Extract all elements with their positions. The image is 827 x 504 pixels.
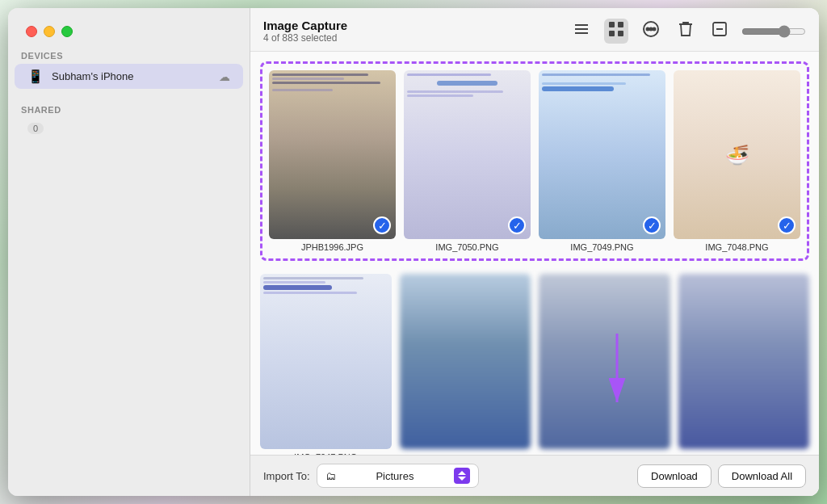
selected-photos-group: ✓ JPHB1996.JPG ✓ <box>260 61 809 261</box>
sidebar-item-shared[interactable]: 0 <box>15 118 243 139</box>
photo-grid: ✓ JPHB1996.JPG ✓ <box>250 52 819 455</box>
photo-item-img7048[interactable]: 🍜 ✓ IMG_7048.PNG <box>674 70 800 252</box>
svg-point-10 <box>653 28 656 31</box>
photo-label-img7047: IMG_7047.PNG <box>294 452 357 455</box>
selection-count: 4 of 883 selected <box>263 32 347 44</box>
zoom-slider[interactable] <box>741 25 806 38</box>
photo-item-img7049[interactable]: ✓ IMG_7049.PNG <box>539 70 665 252</box>
svg-point-8 <box>647 28 649 31</box>
toolbar: Image Capture 4 of 883 selected <box>250 8 819 52</box>
download-button[interactable]: Download <box>637 464 712 488</box>
device-name-label: Subham's iPhone <box>52 70 211 82</box>
photo-thumb-person3 <box>678 274 810 449</box>
photo-item-person2[interactable] <box>539 274 670 455</box>
sidebar: DEVICES 📱 Subham's iPhone ☁ SHARED 0 <box>8 8 250 496</box>
more-options-button[interactable] <box>638 18 664 44</box>
svg-point-9 <box>650 28 653 31</box>
sidebar-item-iphone[interactable]: 📱 Subham's iPhone ☁ <box>15 64 243 89</box>
import-path-icon: 🗂 <box>325 470 336 482</box>
import-path-stepper[interactable] <box>454 468 470 484</box>
list-view-button[interactable] <box>569 19 594 43</box>
import-path-button[interactable]: 🗂 Pictures <box>317 464 480 488</box>
minimize-button[interactable] <box>44 26 55 37</box>
photo-item-person1[interactable] <box>400 274 531 455</box>
photo-thumb-person1 <box>400 274 531 449</box>
maximize-button[interactable] <box>61 26 73 37</box>
scan-button[interactable] <box>707 19 732 44</box>
import-to-label: Import To: <box>263 470 310 482</box>
shared-count-badge: 0 <box>27 123 44 134</box>
photo-label-img7049: IMG_7049.PNG <box>570 242 633 252</box>
bottom-bar: Import To: 🗂 Pictures Download Download … <box>250 455 819 496</box>
svg-rect-5 <box>609 31 615 36</box>
photo-area-wrapper: ✓ JPHB1996.JPG ✓ <box>250 52 819 455</box>
unselected-photos-row1: IMG_7047.PNG <box>260 274 809 455</box>
app-window: DEVICES 📱 Subham's iPhone ☁ SHARED 0 Ima… <box>8 8 819 496</box>
photo-item-person3[interactable] <box>678 274 810 455</box>
cloud-icon: ☁ <box>219 70 230 83</box>
svg-marker-14 <box>458 477 466 481</box>
traffic-lights <box>26 26 73 37</box>
photo-thumb-person2 <box>539 274 670 449</box>
photo-thumb-img7048: 🍜 ✓ <box>674 70 800 239</box>
photo-thumb-img7049: ✓ <box>539 70 665 239</box>
photo-item-jphb[interactable]: ✓ JPHB1996.JPG <box>269 70 396 252</box>
photo-item-img7050[interactable]: ✓ IMG_7050.PNG <box>404 70 531 252</box>
photo-thumb-img7047 <box>260 274 392 449</box>
main-content: Image Capture 4 of 883 selected <box>250 8 819 496</box>
close-button[interactable] <box>26 26 37 37</box>
photo-label-jphb: JPHB1996.JPG <box>301 242 363 252</box>
import-path-text: Pictures <box>376 470 414 482</box>
download-all-button[interactable]: Download All <box>718 464 806 488</box>
svg-rect-6 <box>618 31 623 36</box>
svg-marker-13 <box>458 471 466 475</box>
app-title: Image Capture <box>263 19 347 32</box>
title-block: Image Capture 4 of 883 selected <box>263 19 347 44</box>
svg-rect-3 <box>609 22 615 27</box>
photo-label-img7050: IMG_7050.PNG <box>435 242 498 252</box>
photo-label-img7048: IMG_7048.PNG <box>705 242 768 252</box>
photo-item-img7047[interactable]: IMG_7047.PNG <box>260 274 392 455</box>
delete-button[interactable] <box>674 18 698 44</box>
devices-section-label: DEVICES <box>8 44 250 64</box>
grid-view-button[interactable] <box>604 19 628 44</box>
photo-thumb-jphb: ✓ <box>269 70 396 239</box>
photo-thumb-img7050: ✓ <box>404 70 531 239</box>
shared-section-label: SHARED <box>8 99 250 118</box>
svg-rect-4 <box>618 22 623 27</box>
iphone-icon: 📱 <box>27 69 44 84</box>
